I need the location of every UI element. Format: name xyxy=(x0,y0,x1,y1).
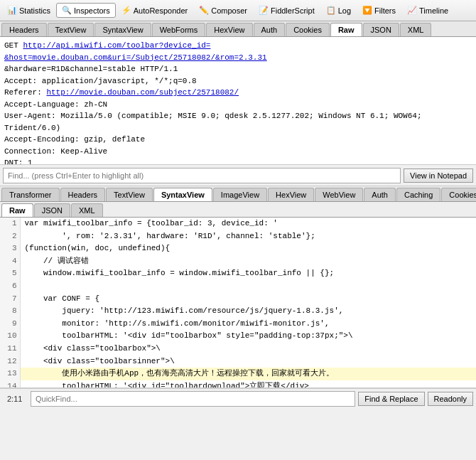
composer-btn[interactable]: ✏️ Composer xyxy=(193,3,253,18)
timeline-icon: 📈 xyxy=(407,6,417,15)
fiddlerscript-label: FiddlerScript xyxy=(271,6,315,15)
request-url1[interactable]: http://api.miwifi.com/toolbar?device_id= xyxy=(23,41,210,50)
line-content: // 调试容错 xyxy=(20,255,476,268)
find-bar: View in Notepad xyxy=(0,165,476,186)
request-accept: Accept: application/javascript, */*;q=0.… xyxy=(4,77,197,85)
filters-btn[interactable]: 🔽 Filters xyxy=(357,3,401,18)
top-tab-row: Headers TextView SyntaxView WebForms Hex… xyxy=(0,21,476,37)
line-number: 6 xyxy=(0,280,20,293)
request-params: &hardware=R1D&channel=stable HTTP/1.1 xyxy=(4,65,178,73)
log-label: Log xyxy=(338,6,351,15)
inspectors-label: Inspectors xyxy=(74,6,110,15)
line-content: <div class="toolbarsinner">\ xyxy=(20,355,476,368)
tab-webview[interactable]: WebView xyxy=(315,188,363,201)
request-useragent: User-Agent: Mozilla/5.0 (compatible; MSI… xyxy=(4,112,422,120)
tab-textview[interactable]: TextView xyxy=(48,23,94,36)
request-connection: Connection: Keep-Alive xyxy=(4,147,107,156)
line-content: toolbarHTML: '<div id="toolbarbox" style… xyxy=(20,330,476,343)
table-row: 14 toolbarHTML: '<div id="toolbardownloa… xyxy=(0,380,476,388)
view-notepad-btn[interactable]: View in Notepad xyxy=(404,169,473,183)
filters-label: Filters xyxy=(374,6,396,15)
find-input[interactable] xyxy=(3,168,401,183)
line-content: jquery: 'http://123.miwifi.com/resource/… xyxy=(20,305,476,318)
line-number: 13 xyxy=(0,368,20,380)
tab-caching[interactable]: Caching xyxy=(396,188,440,201)
readonly-btn[interactable]: Readonly xyxy=(428,392,473,406)
line-number: 4 xyxy=(0,255,20,268)
request-encoding: Accept-Encoding: gzip, deflate xyxy=(4,135,145,144)
line-content: var CONF = { xyxy=(20,293,476,306)
fiddlerscript-btn[interactable]: 📝 FiddlerScript xyxy=(253,3,320,18)
line-content xyxy=(20,280,476,293)
code-table: 1 var miwifi_toolbar_info = {toolbar_id:… xyxy=(0,218,476,388)
request-dnt: DNT: 1 xyxy=(4,159,33,165)
inspectors-btn[interactable]: 🔍 Inspectors xyxy=(56,3,116,18)
tab-bot-json[interactable]: JSON xyxy=(34,203,70,217)
tab-webforms[interactable]: WebForms xyxy=(152,23,206,36)
line-number: 10 xyxy=(0,330,20,343)
request-url2[interactable]: &host=movie.douban.com&uri=/Subject/2571… xyxy=(4,53,267,62)
find-replace-btn[interactable]: Find & Replace xyxy=(358,392,424,406)
tab-cookies[interactable]: Cookies xyxy=(286,23,330,36)
composer-icon: ✏️ xyxy=(199,6,209,15)
line-content: <div class="toolbarbox">\ xyxy=(20,343,476,355)
line-number: 12 xyxy=(0,355,20,368)
tab-imageview[interactable]: ImageView xyxy=(213,188,267,201)
table-row: 4 // 调试容错 xyxy=(0,255,476,268)
log-icon: 📋 xyxy=(326,6,336,15)
table-row: 11 <div class="toolbarbox">\ xyxy=(0,343,476,355)
statistics-icon: 📊 xyxy=(7,6,17,15)
tab-transformer[interactable]: Transformer xyxy=(1,188,60,201)
autoresponder-icon: ⚡ xyxy=(121,6,131,15)
request-area: GET http://api.miwifi.com/toolbar?device… xyxy=(0,37,476,165)
table-row: 1 var miwifi_toolbar_info = {toolbar_id:… xyxy=(0,218,476,230)
request-trident: Trident/6.0) xyxy=(4,124,60,132)
status-bar: 2:11 Find & Replace Readonly xyxy=(0,388,476,408)
line-number: 3 xyxy=(0,242,20,255)
tab-raw[interactable]: Raw xyxy=(330,23,362,36)
request-referer-url[interactable]: http://movie.douban.com/subject/25718082… xyxy=(46,88,239,97)
tab-bot-raw[interactable]: Raw xyxy=(1,203,33,217)
timeline-label: Timeline xyxy=(419,6,448,15)
composer-label: Composer xyxy=(211,6,247,15)
autoresponder-btn[interactable]: ⚡ AutoResponder xyxy=(116,3,193,18)
statistics-btn[interactable]: 📊 Statistics xyxy=(1,3,56,18)
tab-xml[interactable]: XML xyxy=(400,23,432,36)
table-row: 9 monitor: 'http://s.miwifi.com/monitor/… xyxy=(0,318,476,331)
line-content: ', rom: '2.3.31', hardware: 'R1D', chann… xyxy=(20,230,476,243)
quickfind-input[interactable] xyxy=(31,391,355,407)
line-number: 7 xyxy=(0,293,20,306)
tab-bot-textview[interactable]: TextView xyxy=(106,188,153,201)
inspectors-icon: 🔍 xyxy=(62,6,72,15)
line-number: 8 xyxy=(0,305,20,318)
line-content: toolbarHTML: '<div id="toolbardownload">… xyxy=(20,380,476,388)
table-row: 12 <div class="toolbarsinner">\ xyxy=(0,355,476,368)
line-content: monitor: 'http://s.miwifi.com/monitor/mi… xyxy=(20,318,476,331)
bottom-tab-row-2: Raw JSON XML xyxy=(0,202,476,218)
tab-syntaxview[interactable]: SyntaxView xyxy=(94,23,151,36)
tab-bot-xml[interactable]: XML xyxy=(71,203,103,217)
line-content: 使用小米路由手机App，也有海亮高清大片！远程操控下载，回家就可看大片。 xyxy=(20,368,476,380)
position-indicator: 2:11 xyxy=(3,393,28,405)
tab-bot-cookies[interactable]: Cookies xyxy=(441,188,476,201)
table-row: 6 xyxy=(0,280,476,293)
tab-bot-auth[interactable]: Auth xyxy=(364,188,396,201)
table-row: 2 ', rom: '2.3.31', hardware: 'R1D', cha… xyxy=(0,230,476,243)
line-number: 5 xyxy=(0,267,20,280)
tab-bot-hexview[interactable]: HexView xyxy=(268,188,314,201)
tab-bot-syntaxview[interactable]: SyntaxView xyxy=(153,188,212,201)
table-row: 13 使用小米路由手机App，也有海亮高清大片！远程操控下载，回家就可看大片。 xyxy=(0,368,476,380)
code-area: 1 var miwifi_toolbar_info = {toolbar_id:… xyxy=(0,218,476,388)
tab-headers[interactable]: Headers xyxy=(1,23,47,36)
tab-json[interactable]: JSON xyxy=(363,23,399,36)
timeline-btn[interactable]: 📈 Timeline xyxy=(401,3,454,18)
tab-auth[interactable]: Auth xyxy=(254,23,286,36)
statistics-label: Statistics xyxy=(19,6,50,15)
line-number: 1 xyxy=(0,218,20,230)
tab-hexview[interactable]: HexView xyxy=(206,23,252,36)
table-row: 5 window.miwifi_toolbar_info = window.mi… xyxy=(0,267,476,280)
filters-icon: 🔽 xyxy=(362,6,372,15)
fiddlerscript-icon: 📝 xyxy=(259,6,269,15)
tab-bot-headers[interactable]: Headers xyxy=(60,188,106,201)
log-btn[interactable]: 📋 Log xyxy=(320,3,357,18)
